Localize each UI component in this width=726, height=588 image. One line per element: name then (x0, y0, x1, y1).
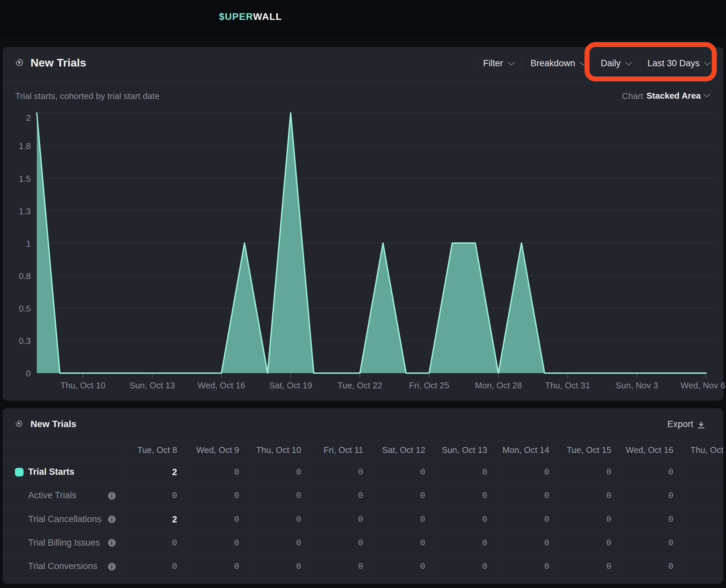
svg-text:1.5: 1.5 (19, 174, 31, 184)
svg-text:0.3: 0.3 (19, 336, 31, 346)
svg-text:Sun, Nov 3: Sun, Nov 3 (616, 380, 659, 390)
svg-text:1.3: 1.3 (19, 206, 31, 216)
svg-text:2: 2 (26, 113, 31, 123)
svg-text:1: 1 (26, 239, 31, 249)
svg-text:Sun, Oct 13: Sun, Oct 13 (129, 380, 175, 390)
svg-text:0.5: 0.5 (19, 303, 31, 314)
svg-text:Fri, Oct 25: Fri, Oct 25 (409, 380, 449, 390)
svg-text:Wed, Oct 16: Wed, Oct 16 (198, 380, 245, 390)
svg-text:Thu, Oct 10: Thu, Oct 10 (60, 380, 105, 390)
svg-text:Sat, Oct 19: Sat, Oct 19 (269, 380, 312, 390)
svg-text:Wed, Nov 6: Wed, Nov 6 (681, 380, 725, 390)
svg-text:0.8: 0.8 (19, 271, 31, 281)
svg-text:0: 0 (26, 369, 31, 378)
svg-text:Tue, Oct 22: Tue, Oct 22 (338, 380, 382, 390)
svg-text:1.8: 1.8 (19, 141, 31, 151)
svg-text:Mon, Oct 28: Mon, Oct 28 (475, 380, 522, 390)
svg-text:Thu, Oct 31: Thu, Oct 31 (545, 380, 590, 390)
